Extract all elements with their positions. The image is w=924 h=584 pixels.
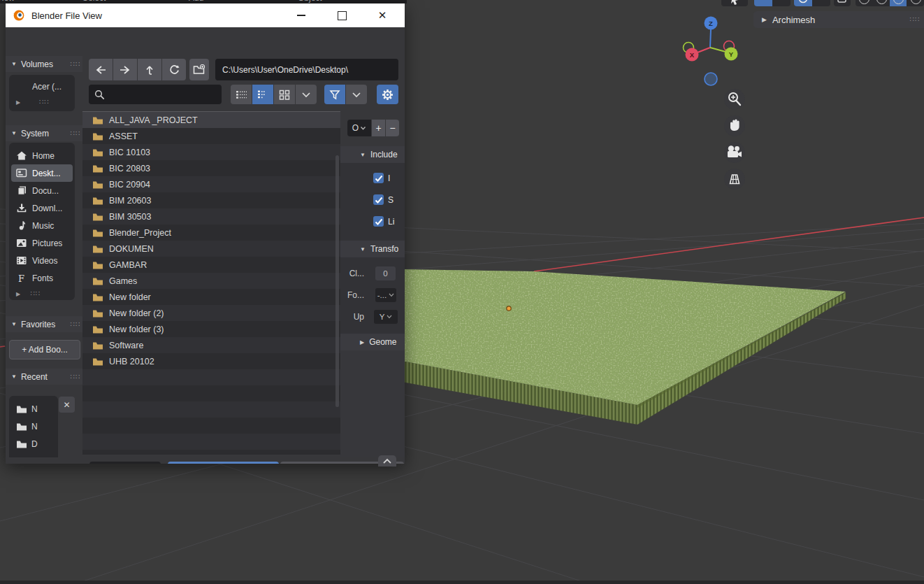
menu-item-select[interactable]: Select [82,0,106,3]
recent-item[interactable]: N [11,418,56,435]
refresh-button[interactable] [162,59,186,80]
file-row[interactable]: New folder (2) [82,305,340,321]
filename-input[interactable]: modern hou... [89,462,161,464]
file-row[interactable]: ALL_JAVA _PROJECT [82,112,340,128]
recent-section-header[interactable]: ▼ Recent ∷∷ [6,369,82,385]
dropdown-field[interactable]: -... [375,288,396,302]
preset-remove-button[interactable]: − [386,120,399,136]
recent-item[interactable]: D [11,435,56,453]
panel-grip-icon[interactable]: ∷∷ [909,16,920,23]
sidebar-item-pictures[interactable]: Pictures [11,234,73,252]
sidebar-item-fonts[interactable]: F Fonts [11,269,73,287]
camera-view-icon[interactable] [724,142,745,163]
file-row[interactable]: BIC 20904 [82,176,340,192]
sidebar-item-docu[interactable]: Docu... [11,182,73,199]
section-grip-icon[interactable]: ∷∷ [70,373,80,380]
sidebar-item-downl[interactable]: Downl... [11,199,73,217]
include-option-s[interactable]: S [373,194,394,205]
proportional-edit-button[interactable] [794,0,830,6]
perspective-toggle-icon[interactable] [724,169,745,190]
section-grip-icon[interactable]: ∷∷ [70,321,80,328]
geometry-section-header[interactable]: ▶ Geome [340,334,405,350]
menu-item-object[interactable]: Object [298,0,322,3]
file-row[interactable]: Games [82,273,340,289]
expand-dialog-tab[interactable] [378,455,396,467]
archimesh-panel-header[interactable]: ▶ Archimesh ∷∷ [753,11,924,28]
preset-add-button[interactable]: + [372,120,385,136]
volume-item-acer[interactable]: Acer (... [11,78,73,95]
create-folder-button[interactable] [189,59,209,80]
display-mode-dropdown-button[interactable] [296,85,317,104]
file-row[interactable]: UHB 20102 [82,353,340,369]
expand-triangle-icon[interactable]: ▶ [16,291,20,297]
sidebar-item-videos[interactable]: Videos [11,252,73,269]
clear-recent-button[interactable]: ✕ [59,397,75,413]
gizmo-axis-x[interactable]: X [686,48,699,62]
parent-directory-button[interactable] [138,59,161,80]
file-list-scrollbar[interactable] [335,155,339,407]
panel-grip-icon[interactable]: ∷∷ [39,99,50,106]
grass-plane-object[interactable] [402,269,846,425]
file-row[interactable]: ASSET [82,128,340,144]
checkbox-checked[interactable] [373,173,384,183]
transform-section-header[interactable]: ▼ Transfo [340,241,405,257]
dialog-titlebar[interactable]: Blender File View ✕ [6,3,405,27]
recent-item[interactable]: N [11,400,56,418]
preset-dropdown[interactable]: O [347,120,371,136]
number-field[interactable]: 0 [375,266,396,280]
shading-sphere-icon[interactable] [911,0,921,4]
active-tool-button[interactable] [721,0,748,6]
section-grip-icon[interactable]: ∷∷ [70,130,80,137]
sidebar-item-deskt[interactable]: Deskt... [11,164,73,182]
volumes-section-header[interactable]: ▼ Volumes ∷∷ [6,56,82,72]
file-row[interactable]: Blender_Project [82,225,340,241]
overlays-button[interactable] [834,0,851,6]
file-row[interactable]: GAMBAR [82,257,340,273]
gizmo-axis-neg-z[interactable] [705,73,717,85]
expand-triangle-icon[interactable]: ▶ [16,99,20,106]
import-obj-button[interactable]: Import OBJ [168,462,279,464]
file-row[interactable]: BIM 30503 [82,208,340,225]
pan-tool-icon[interactable] [724,115,745,136]
file-row[interactable]: New folder [82,289,340,305]
sidebar-item-home[interactable]: Home [11,147,73,164]
minimize-button[interactable] [291,3,312,27]
file-row[interactable]: New folder (3) [82,321,340,337]
view-axis-gizmo[interactable]: Z X Y [684,17,738,86]
gizmo-axis-y[interactable]: Y [725,48,738,61]
shading-sphere-icon[interactable] [859,0,869,4]
menu-item-view[interactable]: View [0,0,15,3]
file-row[interactable]: DOKUMEN [82,241,340,257]
panel-grip-icon[interactable]: ∷∷ [30,290,41,297]
checkbox-checked[interactable] [373,194,384,205]
close-button[interactable]: ✕ [372,3,393,27]
filter-settings-button[interactable] [377,85,398,104]
path-field[interactable]: C:\Users\User\OneDrive\Desktop\ [215,59,398,80]
back-button[interactable] [89,59,113,80]
zoom-tool-icon[interactable] [724,89,745,110]
favorites-section-header[interactable]: ▼ Favorites ∷∷ [6,316,82,332]
filter-dropdown-button[interactable] [346,85,367,104]
section-grip-icon[interactable]: ∷∷ [70,61,80,68]
sidebar-item-music[interactable]: Music [11,217,73,234]
file-row[interactable]: BIC 10103 [82,144,340,160]
checkbox-checked[interactable] [373,216,384,227]
search-input[interactable] [89,85,222,104]
include-option-li[interactable]: Li [373,216,394,227]
add-bookmark-button[interactable]: + Add Boo... [9,340,80,359]
include-option-i[interactable]: I [373,173,390,183]
include-section-header[interactable]: ▼ Include [340,146,405,163]
display-mode-vertical-list-button[interactable] [231,85,252,104]
file-row[interactable]: Software [82,337,340,353]
gizmo-axis-z[interactable]: Z [705,17,718,30]
snap-toggle-button[interactable] [754,0,791,6]
shading-sphere-icon[interactable] [876,0,887,4]
file-row[interactable]: BIC 20803 [82,160,340,176]
filter-button[interactable] [324,85,345,104]
file-row[interactable]: BIM 20603 [82,192,340,208]
maximize-button[interactable] [331,3,352,27]
shading-mode-group[interactable] [856,0,924,6]
dropdown-field[interactable]: Y [374,310,398,324]
system-section-header[interactable]: ▼ System ∷∷ [6,125,82,141]
forward-button[interactable] [113,59,137,80]
